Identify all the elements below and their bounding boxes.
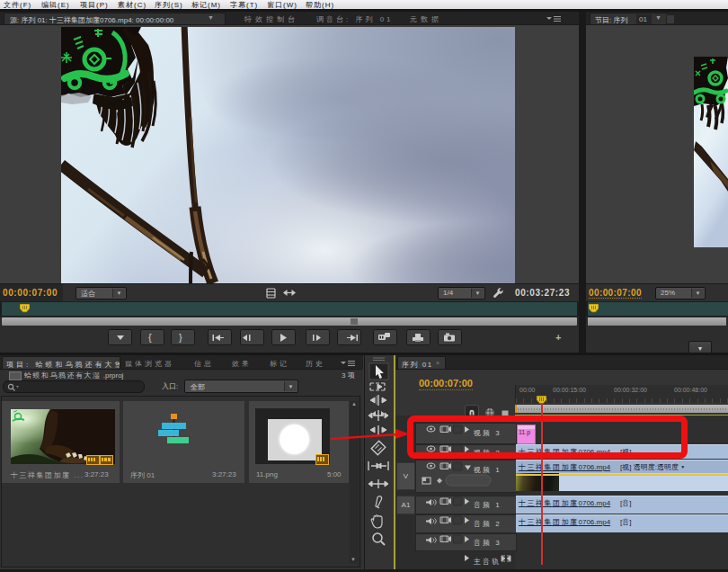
svg-text:}: } bbox=[179, 332, 182, 343]
svg-text:{: { bbox=[148, 332, 152, 343]
